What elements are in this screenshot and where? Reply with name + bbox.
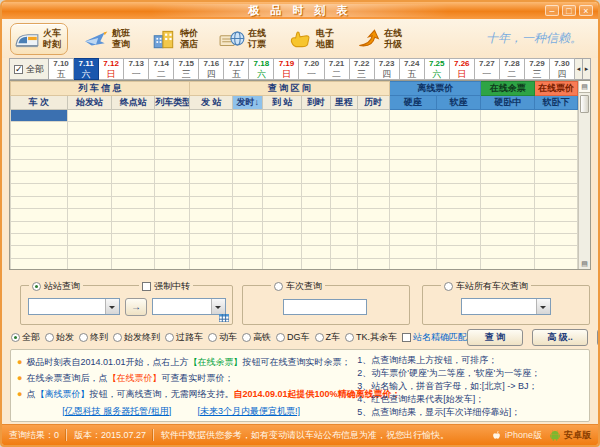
table-cell[interactable] [302,196,330,208]
table-cell[interactable] [357,233,389,245]
table-cell[interactable] [535,258,578,270]
all-trains-radio[interactable]: 车站所有车次查询 [441,280,531,293]
table-cell[interactable] [436,233,481,245]
table-cell[interactable] [67,134,112,146]
table-cell[interactable] [357,147,389,159]
table-cell[interactable] [302,122,330,134]
table-cell[interactable] [67,246,112,258]
table-cell[interactable] [233,147,263,159]
table-cell[interactable] [436,110,481,122]
table-row[interactable] [11,122,578,134]
table-cell[interactable] [481,209,535,221]
dates-next-button[interactable]: ▸ [583,58,591,80]
table-cell[interactable] [481,110,535,122]
table-cell[interactable] [357,246,389,258]
table-cell[interactable] [263,122,302,134]
table-cell[interactable] [535,233,578,245]
table-cell[interactable] [190,110,233,122]
vertical-scrollbar[interactable]: ▤ ▤ [578,81,590,269]
table-cell[interactable] [389,196,436,208]
table-cell[interactable] [112,209,155,221]
table-cell[interactable] [233,110,263,122]
table-cell[interactable] [436,159,481,171]
table-cell[interactable] [357,209,389,221]
table-cell[interactable] [190,233,233,245]
hosting-link[interactable]: [亿恩科技 服务器托管/租用] [62,405,171,418]
date-cell[interactable]: 7.24 五 [400,58,425,80]
table-cell[interactable] [302,171,330,183]
table-cell[interactable] [436,209,481,221]
column-header[interactable]: 软座 [436,96,481,110]
table-cell[interactable] [67,171,112,183]
table-cell[interactable] [67,122,112,134]
table-cell[interactable] [11,184,68,196]
table-cell[interactable] [155,110,190,122]
table-cell[interactable] [190,171,233,183]
chevron-down-icon[interactable] [211,299,225,314]
train-number-input[interactable] [283,299,367,315]
table-cell[interactable] [436,246,481,258]
table-cell[interactable] [112,171,155,183]
table-row[interactable] [11,171,578,183]
table-cell[interactable] [302,246,330,258]
table-cell[interactable] [330,209,357,221]
swap-arrow-button[interactable]: → [125,298,147,316]
table-cell[interactable] [233,171,263,183]
table-cell[interactable] [67,110,112,122]
table-cell[interactable] [11,233,68,245]
column-header[interactable]: 硬卧中 [481,96,535,110]
table-cell[interactable] [112,184,155,196]
table-cell[interactable] [190,134,233,146]
table-cell[interactable] [302,221,330,233]
table-cell[interactable] [233,122,263,134]
table-cell[interactable] [302,134,330,146]
column-group-header[interactable]: 列 车 信 息 [11,82,190,96]
table-cell[interactable] [330,159,357,171]
table-cell[interactable] [155,147,190,159]
date-cell[interactable]: 7.18 六 [249,58,274,80]
table-cell[interactable] [11,122,68,134]
table-cell[interactable] [190,184,233,196]
table-cell[interactable] [436,134,481,146]
table-cell[interactable] [481,184,535,196]
table-cell[interactable] [357,134,389,146]
all-dates-checkbox[interactable]: 全部 [9,58,49,80]
table-cell[interactable] [535,147,578,159]
table-cell[interactable] [357,171,389,183]
station-grid-icon[interactable] [219,314,229,322]
filter-radio[interactable]: 始发 [45,331,74,344]
table-cell[interactable] [330,110,357,122]
table-cell[interactable] [11,196,68,208]
table-cell[interactable] [302,233,330,245]
table-cell[interactable] [481,171,535,183]
train-number-radio[interactable]: 车次查询 [271,280,325,293]
tab-online-upgrade[interactable]: 在线升级 [352,23,408,55]
table-cell[interactable] [302,209,330,221]
table-row[interactable] [11,221,578,233]
table-cell[interactable] [155,122,190,134]
table-cell[interactable] [535,134,578,146]
table-cell[interactable] [481,233,535,245]
table-cell[interactable] [233,258,263,270]
table-cell[interactable] [389,258,436,270]
table-cell[interactable] [190,246,233,258]
table-cell[interactable] [389,110,436,122]
table-cell[interactable] [330,221,357,233]
tab-online-booking[interactable]: 在线订票 [216,23,272,55]
advanced-button[interactable]: 高 级.. [532,329,588,346]
table-cell[interactable] [233,134,263,146]
date-cell[interactable]: 7.29 三 [525,58,550,80]
table-cell[interactable] [302,258,330,270]
column-group-header[interactable]: 在线票价 [535,82,578,96]
tab-train-times[interactable]: 火车时刻 [10,23,68,55]
table-row[interactable] [11,246,578,258]
table-cell[interactable] [155,209,190,221]
cheap-flights-link[interactable]: [未来3个月内最便宜机票!] [197,405,300,418]
table-cell[interactable] [535,122,578,134]
table-cell[interactable] [11,110,68,122]
table-cell[interactable] [263,209,302,221]
table-cell[interactable] [436,258,481,270]
table-row[interactable] [11,258,578,270]
table-row[interactable] [11,196,578,208]
table-cell[interactable] [67,258,112,270]
